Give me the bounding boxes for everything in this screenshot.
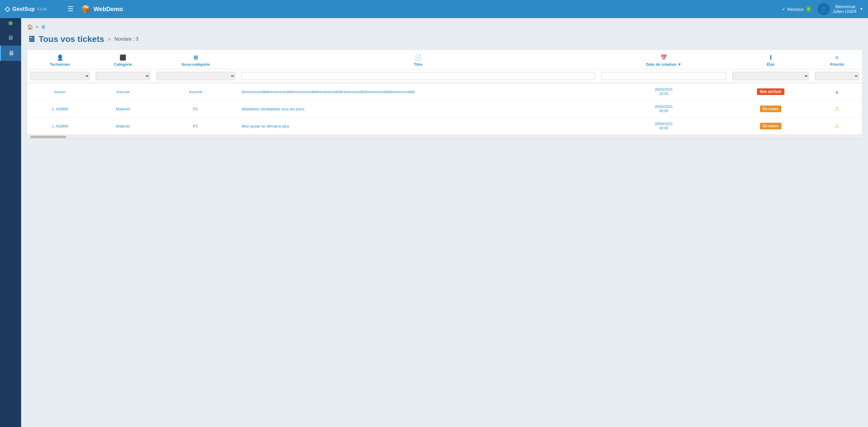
page-title-row: 🖥 Tous vos tickets » Nombre : 3: [27, 34, 862, 44]
cell-date: 20/04/202110:53: [598, 83, 729, 100]
navbar-right: ✓ Résolus 0 👤 Bienvenue, Julien USER ▼: [782, 3, 863, 15]
col-date[interactable]: 📅 Date de création ▼: [598, 50, 729, 69]
titre-icon: 📄: [242, 54, 595, 61]
table-row[interactable]: J. ADMIN Materiel PC Mon poste ne démarr…: [27, 118, 862, 135]
resolved-badge: 0: [806, 6, 812, 12]
scroll-bar-thumb[interactable]: [30, 136, 66, 138]
table-filter-row: [27, 69, 862, 83]
ticket-icon: 🖥: [7, 34, 13, 41]
cell-date: 20/04/202100:00: [598, 118, 729, 135]
sidebar-item-tickets-2[interactable]: 🖥: [0, 45, 21, 61]
resolved-label: Résolus: [787, 7, 804, 12]
brand-version: 3.2.10: [37, 7, 46, 11]
user-dropdown-arrow: ▼: [860, 7, 863, 11]
filter-sous-categorie[interactable]: [156, 72, 235, 80]
subtitle-arrow: »: [108, 36, 111, 42]
cell-categorie: Materiel: [93, 100, 153, 118]
sidebar-item-tickets-1[interactable]: 🖥: [0, 30, 21, 45]
col-technicien: 👤 Technicien: [27, 50, 93, 69]
navbar: ◇ GestSup 3.2.10 ☰ 📦 WebDemo ✓ Résolus 0…: [0, 0, 868, 18]
cell-etat: Non attribué: [729, 83, 812, 100]
menu-button[interactable]: ☰: [65, 4, 76, 14]
filter-etat[interactable]: [732, 72, 809, 80]
center-label: WebDemo: [94, 6, 123, 13]
cell-titre[interactable]: titrenonscindétitrenonscindétitrenonscin…: [238, 83, 598, 100]
cell-date: 20/04/202100:00: [598, 100, 729, 118]
table-header-row: 👤 Technicien ⬛ Catégorie ⊞ Sous-catégori…: [27, 50, 862, 69]
status-badge: Non attribué: [757, 88, 784, 95]
col-titre-label: Titre: [414, 62, 422, 67]
filter-technicien-cell: [27, 69, 93, 83]
user-section[interactable]: 👤 Bienvenue, Julien USER ▼: [817, 3, 863, 15]
user-info: Bienvenue, Julien USER: [833, 4, 857, 14]
cell-priorite: ⚠: [812, 118, 862, 135]
page-title: 🖥 Tous vos tickets: [27, 34, 104, 44]
col-sous-categorie-label: Sous-catégorie: [181, 62, 210, 67]
priority-icon: ⚠: [835, 106, 839, 112]
ticket-tbody: Aucun Aucune Aucune titrenonscindétitren…: [27, 83, 862, 135]
page-subtitle: Nombre : 3: [114, 36, 138, 42]
filter-sous-categorie-cell: [153, 69, 238, 83]
sous-categorie-icon: ⊞: [157, 54, 234, 61]
user-greeting: Bienvenue,: [833, 4, 857, 9]
cell-etat: En cours: [729, 118, 812, 135]
home-icon[interactable]: 🏠: [27, 24, 33, 30]
col-priorite-label: Priorité: [830, 62, 844, 67]
categorie-icon: ⬛: [96, 54, 149, 61]
col-categorie-label: Catégorie: [114, 62, 132, 67]
breadcrumb-sep: >: [36, 25, 38, 30]
date-icon: 📅: [602, 54, 725, 61]
col-etat: ℹ État: [729, 50, 812, 69]
cell-priorite: ▲: [812, 83, 862, 100]
ticket-active-icon: 🖥: [8, 50, 14, 57]
table-row[interactable]: J. ADMIN Materiel PC Webdemo réinitialis…: [27, 100, 862, 118]
filter-categorie[interactable]: [96, 72, 150, 80]
table-row[interactable]: Aucun Aucune Aucune titrenonscindétitren…: [27, 83, 862, 100]
filter-date[interactable]: [601, 72, 726, 80]
cell-categorie: Aucune: [93, 83, 153, 100]
filter-priorite-cell: [812, 69, 862, 83]
filter-date-cell: [598, 69, 729, 83]
current-page-icon: 🖥: [41, 25, 45, 30]
page-title-icon: 🖥: [27, 34, 36, 44]
hamburger-icon: ☰: [68, 5, 74, 13]
filter-technicien[interactable]: [30, 72, 90, 80]
priority-icon: ⚠: [835, 123, 839, 129]
col-titre: 📄 Titre: [238, 50, 598, 69]
filter-etat-cell: [729, 69, 812, 83]
ticket-table: 👤 Technicien ⬛ Catégorie ⊞ Sous-catégori…: [27, 50, 862, 135]
cell-categorie: Materiel: [93, 118, 153, 135]
cell-sous-categorie: PC: [153, 118, 238, 135]
status-dot: [8, 21, 13, 25]
filter-titre[interactable]: [241, 72, 595, 80]
avatar: 👤: [817, 3, 830, 15]
brand-name: GestSup: [12, 6, 35, 12]
ticket-table-container: 👤 Technicien ⬛ Catégorie ⊞ Sous-catégori…: [27, 50, 862, 138]
filter-categorie-cell: [93, 69, 153, 83]
cell-etat: En cours: [729, 100, 812, 118]
priorite-icon: ≡: [815, 55, 858, 61]
filter-priorite[interactable]: [815, 72, 859, 80]
cell-technicien: J. ADMIN: [27, 118, 93, 135]
resolved-button[interactable]: ✓ Résolus 0: [782, 6, 812, 12]
cell-titre[interactable]: Webdemo réinitialisée tous les jours: [238, 100, 598, 118]
center-icon: 📦: [81, 4, 91, 14]
cell-sous-categorie: PC: [153, 100, 238, 118]
col-date-label: Date de création ▼: [646, 62, 681, 67]
breadcrumb: 🏠 > 🖥: [27, 24, 862, 30]
main-content: 🏠 > 🖥 🖥 Tous vos tickets » Nombre : 3 👤 …: [21, 18, 868, 427]
navbar-center: 📦 WebDemo: [81, 4, 782, 14]
status-badge: En cours: [760, 105, 781, 112]
status-badge: En cours: [760, 123, 781, 129]
cell-technicien: J. ADMIN: [27, 100, 93, 118]
brand: ◇ GestSup 3.2.10: [5, 5, 65, 13]
priority-icon: ▲: [834, 89, 840, 95]
cell-technicien: Aucun: [27, 83, 93, 100]
filter-titre-cell: [238, 69, 598, 83]
checkmark-icon: ✓: [782, 6, 785, 12]
cell-sous-categorie: Aucune: [153, 83, 238, 100]
cell-priorite: ⚠: [812, 100, 862, 118]
scroll-bar-area: [27, 135, 862, 138]
cell-titre[interactable]: Mon poste ne démarre plus: [238, 118, 598, 135]
technicien-icon: 👤: [31, 54, 89, 61]
